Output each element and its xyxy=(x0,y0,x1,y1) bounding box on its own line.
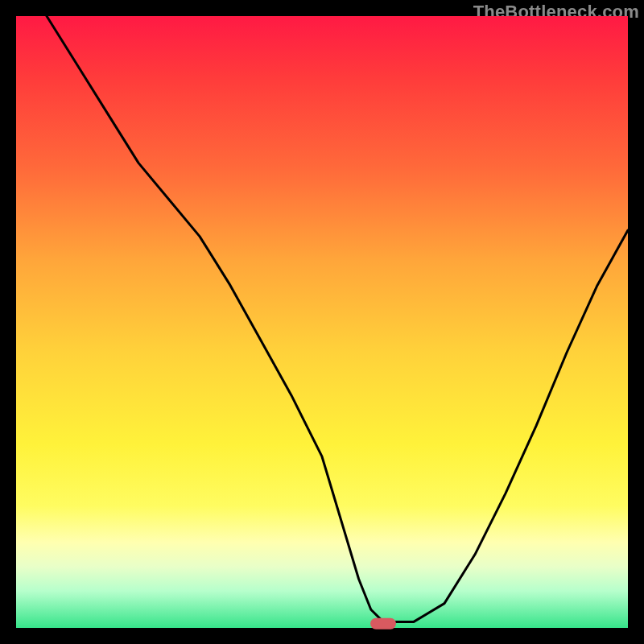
chart-frame: TheBottleneck.com xyxy=(0,0,644,644)
optimal-marker xyxy=(370,618,396,630)
plot-area xyxy=(16,16,628,628)
bottleneck-curve xyxy=(47,16,628,621)
chart-svg xyxy=(16,16,628,628)
